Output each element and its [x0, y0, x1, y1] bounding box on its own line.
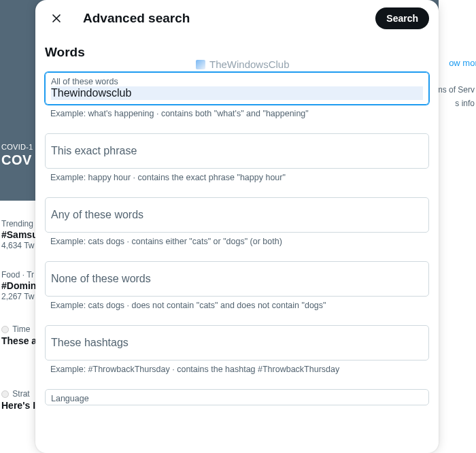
trend-category: Food · Tr [1, 270, 37, 280]
field-all-words: All of these words Example: what's happe… [45, 72, 429, 118]
watermark-text: TheWindowsClub [209, 58, 290, 70]
trend-item: Time These a [0, 323, 37, 348]
any-words-hint: Example: cats dogs · contains either "ca… [45, 237, 429, 246]
field-any-words: Any of these words Example: cats dogs · … [45, 197, 429, 246]
footer-text: s info [455, 99, 475, 108]
trend-title: Here's I [1, 400, 37, 411]
watermark: TheWindowsClub [196, 58, 290, 70]
modal-body[interactable]: Words All of these words Example: what's… [35, 37, 439, 453]
search-button[interactable]: Search [375, 7, 429, 29]
watermark-icon [196, 60, 205, 69]
trend-item: Strat Here's I [0, 388, 37, 412]
trend-category: Time [1, 324, 37, 334]
all-words-label: All of these words [51, 77, 423, 86]
trend-title: These a [1, 335, 37, 346]
field-exact-phrase: This exact phrase Example: happy hour · … [45, 133, 429, 182]
source-dot-icon [1, 390, 9, 398]
language-label: Language [51, 394, 89, 403]
banner-title: COV [1, 152, 37, 168]
trend-category: Trending [1, 219, 37, 229]
all-words-box[interactable]: All of these words [45, 72, 429, 105]
background-banner: COVID-1 COV [0, 143, 37, 168]
modal-header: Advanced search Search [35, 0, 439, 37]
trend-hashtag: #Domin [1, 280, 37, 291]
trend-category: Strat [1, 389, 37, 399]
exact-phrase-hint: Example: happy hour · contains the exact… [45, 173, 429, 182]
source-dot-icon [1, 326, 9, 333]
hashtags-hint: Example: #ThrowbackThursday · contains t… [45, 365, 429, 374]
exact-phrase-input[interactable]: This exact phrase [45, 133, 429, 169]
any-words-input[interactable]: Any of these words [45, 197, 429, 233]
show-more-link[interactable]: ow more [449, 58, 476, 68]
close-icon [50, 12, 63, 25]
field-none-words: None of these words Example: cats dogs ·… [45, 261, 429, 310]
banner-subtitle: COVID-1 [1, 143, 37, 151]
all-words-input[interactable] [51, 86, 423, 100]
modal-title: Advanced search [83, 11, 360, 26]
footer-text: ms of Serv [436, 85, 475, 95]
language-select[interactable]: Language [45, 389, 429, 405]
section-words-title: Words [45, 45, 429, 60]
background-right-col: ow more ms of Serv s info [439, 0, 476, 453]
trend-count: 2,267 Tw [1, 292, 37, 301]
none-words-hint: Example: cats dogs · does not contain "c… [45, 301, 429, 310]
none-words-input[interactable]: None of these words [45, 261, 429, 297]
field-hashtags: These hashtags Example: #ThrowbackThursd… [45, 325, 429, 374]
all-words-hint: Example: what's happening · contains bot… [45, 109, 429, 118]
trend-item: Trending #Samsu 4,634 Tw [0, 218, 37, 252]
trend-hashtag: #Samsu [1, 229, 37, 240]
trend-count: 4,634 Tw [1, 241, 37, 250]
close-button[interactable] [45, 7, 68, 30]
hashtags-input[interactable]: These hashtags [45, 325, 429, 360]
trend-item: Food · Tr #Domin 2,267 Tw [0, 269, 37, 303]
